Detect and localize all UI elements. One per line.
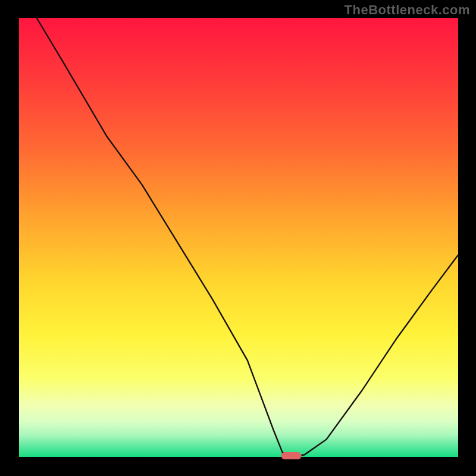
bottleneck-chart	[0, 0, 476, 476]
watermark-text: TheBottleneck.com	[345, 2, 470, 18]
chart-container: TheBottleneck.com	[0, 0, 476, 476]
plot-area	[19, 18, 458, 457]
optimal-marker	[281, 452, 302, 459]
